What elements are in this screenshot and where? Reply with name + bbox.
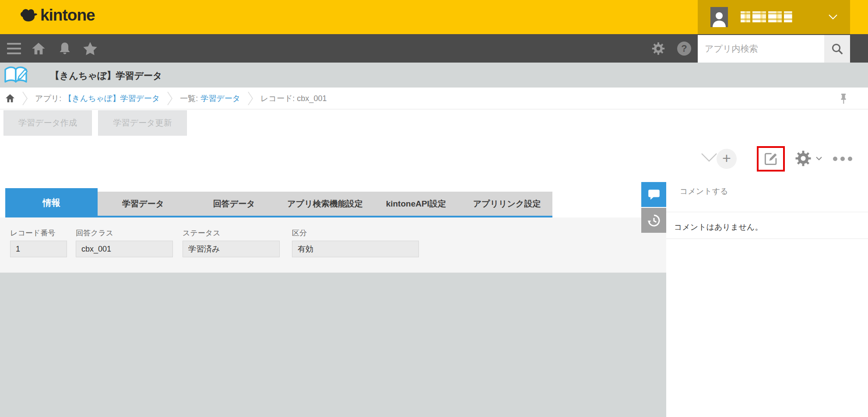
notifications-bell-icon[interactable] <box>55 34 74 63</box>
comments-empty-message: コメントはありません。 <box>674 222 763 232</box>
app-search-input[interactable] <box>698 35 824 63</box>
field-value-answer-class: cbx_001 <box>76 241 173 257</box>
person-icon <box>712 11 727 27</box>
kintone-record-page: kintone <box>0 0 868 417</box>
breadcrumb: アプリ: 【きんちゃぼ】学習データ 一覧: 学習データ レコード: cbx_00… <box>0 88 868 109</box>
comments-tab-button[interactable] <box>641 182 666 207</box>
help-icon[interactable]: ? <box>674 34 694 63</box>
help-question-glyph: ? <box>677 42 691 56</box>
breadcrumb-view-link[interactable]: 学習データ <box>200 93 240 104</box>
breadcrumb-view-prefix: 一覧: <box>180 93 198 104</box>
field-label-record-number: レコード番号 <box>10 228 55 238</box>
breadcrumb-record-label: レコード: cbx_001 <box>260 93 327 104</box>
record-settings-menu[interactable] <box>794 149 822 168</box>
tab-info[interactable]: 情報 <box>5 188 98 217</box>
add-comment-link[interactable]: コメントする <box>680 186 728 196</box>
app-header-bar: 【きんちゃぼ】学習データ <box>0 63 868 88</box>
comment-bubble-icon <box>647 189 661 201</box>
create-learning-data-button[interactable]: 学習データ作成 <box>4 110 92 136</box>
field-label-category: 区分 <box>292 228 307 238</box>
collapse-chevron-down-icon[interactable] <box>700 152 718 165</box>
record-tabs: 情報 学習データ 回答データ アプリ検索機能設定 kintoneAPI設定 アプ… <box>5 188 552 217</box>
highlight-red-box <box>757 146 785 172</box>
tab-app-search-settings[interactable]: アプリ検索機能設定 <box>280 192 371 216</box>
pin-icon[interactable] <box>839 93 848 106</box>
breadcrumb-separator-icon <box>167 91 173 106</box>
user-avatar <box>710 7 728 27</box>
comments-divider <box>666 212 868 212</box>
app-title: 【きんちゃぼ】学習データ <box>50 70 162 82</box>
tab-learning-data[interactable]: 学習データ <box>98 192 189 216</box>
settings-gear-icon[interactable] <box>649 34 668 63</box>
kintone-bird-icon <box>19 8 38 23</box>
breadcrumb-separator-icon <box>247 91 253 106</box>
home-icon[interactable] <box>29 34 48 63</box>
plus-icon: + <box>722 150 731 166</box>
field-label-answer-class: 回答クラス <box>76 228 113 238</box>
search-button[interactable] <box>824 35 850 63</box>
field-label-status: ステータス <box>183 228 221 238</box>
edit-record-button[interactable] <box>763 151 779 167</box>
record-gear-icon <box>794 149 812 168</box>
comments-divider <box>666 238 868 239</box>
tab-answer-data[interactable]: 回答データ <box>189 192 280 216</box>
field-value-record-number: 1 <box>10 241 67 257</box>
app-book-pencil-icon <box>4 65 31 87</box>
kintone-logo-text: kintone <box>40 6 95 25</box>
history-tab-button[interactable] <box>641 208 666 233</box>
content-background <box>0 273 666 417</box>
tab-app-link-settings[interactable]: アプリリンク設定 <box>461 192 552 216</box>
record-toolbar: + <box>696 144 858 173</box>
app-search <box>698 35 824 63</box>
history-clock-icon <box>647 214 661 228</box>
favorites-star-icon[interactable] <box>81 34 100 63</box>
hamburger-menu-icon[interactable] <box>4 34 24 63</box>
breadcrumb-app-link[interactable]: 【きんちゃぼ】学習データ <box>64 93 160 104</box>
user-name-redacted <box>741 11 792 22</box>
inactive-tabs: 学習データ 回答データ アプリ検索機能設定 kintoneAPI設定 アプリリン… <box>98 192 552 216</box>
update-learning-data-button[interactable]: 学習データ更新 <box>98 110 187 136</box>
user-menu-chevron-down-icon <box>828 14 838 22</box>
breadcrumb-home-icon[interactable] <box>5 94 15 103</box>
top-yellow-bar: kintone <box>0 0 868 34</box>
user-menu[interactable] <box>698 0 850 34</box>
field-value-status: 学習済み <box>183 241 280 257</box>
breadcrumb-app-prefix: アプリ: <box>35 93 61 104</box>
kintone-logo[interactable]: kintone <box>19 6 95 25</box>
add-record-button[interactable]: + <box>717 149 737 169</box>
gear-chevron-down-icon <box>816 157 822 161</box>
tab-kintone-api-settings[interactable]: kintoneAPI設定 <box>370 192 461 216</box>
magnifier-icon <box>831 42 844 56</box>
breadcrumb-separator-icon <box>22 91 28 106</box>
field-value-category: 有効 <box>292 241 419 257</box>
more-options-ellipsis-icon[interactable] <box>833 157 852 161</box>
